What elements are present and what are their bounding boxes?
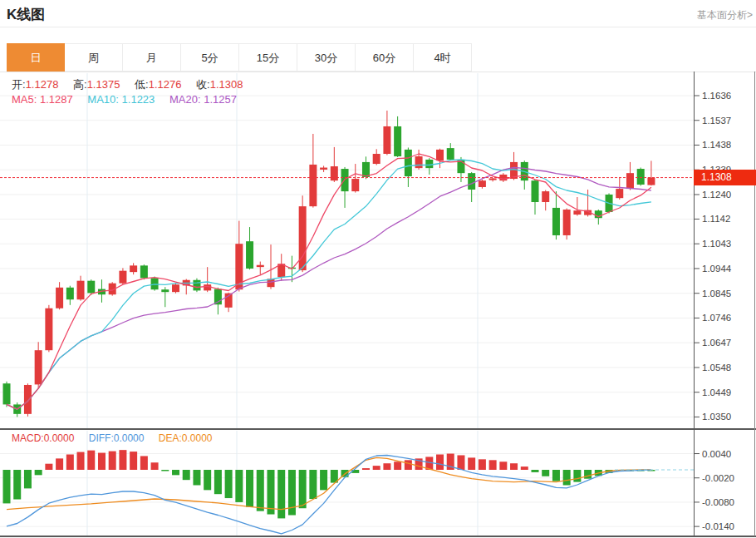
svg-text:1.1438: 1.1438 — [702, 140, 731, 150]
svg-text:-0.0020: -0.0020 — [702, 473, 734, 483]
tab-5min[interactable]: 5分 — [181, 43, 239, 72]
svg-text:1.0746: 1.0746 — [702, 313, 731, 323]
tab-15min[interactable]: 15分 — [239, 43, 297, 72]
tab-60min[interactable]: 60分 — [356, 43, 414, 72]
macd-label: MACD: — [12, 432, 44, 444]
macd-value: 0.0000 — [44, 432, 75, 444]
page-header: K线图 基本面分析> — [0, 0, 756, 27]
low-value: 1.1276 — [149, 78, 182, 91]
svg-text:1.0944: 1.0944 — [702, 264, 732, 274]
page-title: K线图 — [7, 5, 45, 24]
svg-text:1.1240: 1.1240 — [702, 190, 731, 200]
period-tab-bar: 日 周 月 5分 15分 30分 60分 4时 — [0, 43, 756, 72]
ma10-value: 1.1223 — [122, 93, 155, 106]
svg-text:1.0449: 1.0449 — [702, 387, 731, 397]
kline-page: K线图 基本面分析> 日 周 月 5分 15分 30分 60分 4时 1.163… — [0, 0, 756, 538]
ma-readout: MA5: 1.1287 MA10: 1.1223 MA20: 1.1257 — [12, 93, 248, 106]
low-label: 低: — [135, 78, 149, 91]
svg-text:0.0040: 0.0040 — [702, 449, 731, 459]
high-label: 高: — [73, 78, 87, 91]
tab-month[interactable]: 月 — [123, 43, 181, 72]
ma10-label: MA10: — [87, 93, 119, 106]
svg-text:-0.0140: -0.0140 — [702, 521, 734, 531]
open-value: 1.1278 — [26, 78, 59, 91]
current-price-badge: 1.1308 — [694, 170, 756, 185]
open-label: 开: — [12, 78, 26, 91]
svg-text:1.1537: 1.1537 — [702, 116, 731, 126]
ma20-value: 1.1257 — [204, 93, 237, 106]
dea-label: DEA: — [159, 432, 182, 444]
diff-value: 0.0000 — [114, 432, 145, 444]
tab-30min[interactable]: 30分 — [297, 43, 356, 72]
tab-week[interactable]: 周 — [65, 43, 123, 72]
fundamental-analysis-link[interactable]: 基本面分析> — [697, 8, 753, 22]
ohlc-readout: 开:1.1278 高:1.1375 低:1.1276 收:1.1308 — [12, 77, 254, 92]
tab-4hour[interactable]: 4时 — [414, 43, 472, 72]
svg-text:1.0548: 1.0548 — [702, 363, 731, 373]
tab-day[interactable]: 日 — [7, 43, 65, 72]
svg-text:1.0350: 1.0350 — [702, 412, 731, 422]
macd-readout: MACD:0.0000 DIFF:0.0000 DEA:0.0000 — [12, 432, 223, 444]
high-value: 1.1375 — [87, 78, 120, 91]
svg-text:1.0647: 1.0647 — [702, 338, 731, 348]
svg-text:1.0845: 1.0845 — [702, 289, 731, 299]
ma5-label: MA5: — [12, 93, 37, 106]
close-label: 收: — [196, 78, 210, 91]
close-value: 1.1308 — [210, 78, 243, 91]
svg-text:1.1636: 1.1636 — [702, 91, 731, 101]
svg-text:1.1142: 1.1142 — [702, 214, 730, 224]
ma5-value: 1.1287 — [40, 93, 73, 106]
dea-value: 0.0000 — [182, 432, 213, 444]
svg-text:-0.0080: -0.0080 — [702, 497, 734, 507]
diff-label: DIFF: — [89, 432, 114, 444]
svg-text:1.1043: 1.1043 — [702, 239, 731, 249]
ma20-label: MA20: — [169, 93, 201, 106]
